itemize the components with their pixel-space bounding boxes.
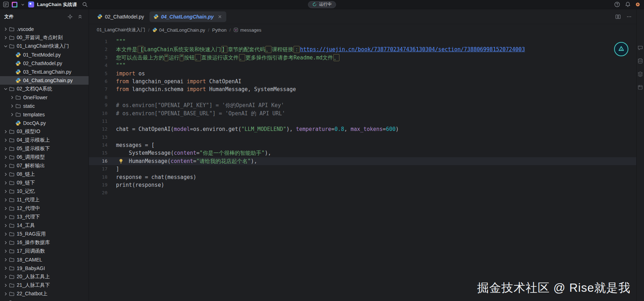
code-line[interactable]: 17] [89,165,636,173]
code-line[interactable]: 9# os.environ["OPENAI_API_KEY"] = '你的Ope… [89,101,636,109]
tree-item[interactable]: 06_调用模型 [0,153,89,162]
chevron-right-icon[interactable] [3,231,9,237]
breadcrumb-item[interactable]: messages [233,27,261,33]
chevron-right-icon[interactable] [3,137,9,143]
chevron-right-icon[interactable] [9,95,15,100]
tree-item[interactable]: 21_人脉工具下 [0,281,89,290]
tree-item[interactable]: 02_ChatModel.py [0,59,89,68]
database-icon[interactable] [637,58,643,64]
tree-item[interactable]: 15_RAG应用 [0,230,89,238]
code-line[interactable]: 15 SystemMessage(content="你是一个很棒的智能助手"), [89,149,636,157]
chevron-right-icon[interactable] [3,300,9,301]
tree-item[interactable]: 05_提示模板下 [0,144,89,153]
breadcrumb-item[interactable]: 04_ChatLongChain.py [152,27,205,33]
tree-item[interactable]: 02_文档QA系统 [0,85,89,93]
close-icon[interactable] [217,14,222,19]
code-editor[interactable]: 1"""2本文件是【LangChain系统安装和快速入门】章节的配套代码。课程链… [89,36,636,301]
chevron-right-icon[interactable] [3,189,9,194]
editor-tab[interactable]: 04_ChatLongChain.py [149,11,226,22]
tree-item[interactable]: OneFlower [0,93,89,102]
code-line[interactable]: 3您可以点击最上方的“运行”按钮。直接运行该文件。更多操作指引请参考Readme… [89,54,636,62]
tree-item[interactable]: static [0,102,89,110]
tree-item[interactable]: 04_提示模板上 [0,136,89,144]
main-menu-icon[interactable] [3,1,9,7]
chevron-right-icon[interactable] [3,248,9,254]
chevron-down-icon[interactable] [3,86,9,92]
code-line[interactable]: 8 [89,94,636,101]
chevron-right-icon[interactable] [3,26,9,32]
code-line[interactable]: 16 HumanMessage(content="请给我的花店起个名"), [89,157,636,165]
tree-item[interactable]: 18_CAMEL [0,255,89,264]
chevron-right-icon[interactable] [9,103,15,109]
tree-item[interactable]: 00_开篇词_奇点时刻 [0,33,89,42]
tree-item[interactable]: 17_回调函数 [0,247,89,255]
code-line[interactable]: 4""" [89,62,636,69]
tree-item[interactable]: 19_BabyAGI [0,264,89,273]
tree-item[interactable]: templates [0,110,89,119]
chevron-right-icon[interactable] [3,214,9,220]
project-name[interactable]: LangChain 实战课 [37,1,77,8]
chevron-right-icon[interactable] [3,282,9,288]
tree-item[interactable]: 03_模型IO [0,127,89,136]
chevron-right-icon[interactable] [9,112,15,117]
tree-item[interactable]: 08_链上 [0,170,89,179]
tree-item-partial[interactable] [0,298,89,301]
code-line[interactable]: 1""" [89,38,636,46]
code-line[interactable]: 6from langchain_openai import ChatOpenAI [89,78,636,85]
chevron-right-icon[interactable] [3,180,9,186]
chevron-right-icon[interactable] [3,154,9,160]
search-icon[interactable] [82,1,88,7]
code-line[interactable]: 12chat = ChatOpenAI(model=os.environ.get… [89,125,636,133]
tree-item[interactable]: 03_TextLangChain.py [0,68,89,76]
notifications-bell-icon[interactable] [625,1,631,7]
tree-item[interactable]: 12_代理中 [0,204,89,213]
tree-item[interactable]: 16_操作数据库 [0,238,89,247]
tree-item[interactable]: 22_Chatbot上 [0,290,89,298]
code-line[interactable]: 7from langchain.schema import HumanMessa… [89,85,636,93]
code-line[interactable]: 14messages = [ [89,141,636,149]
locate-file-icon[interactable] [67,14,73,20]
chevron-right-icon[interactable] [3,129,9,134]
tree-item[interactable]: 07_解析输出 [0,162,89,170]
ai-assistant-avatar[interactable] [614,42,628,56]
tree-item[interactable]: 01_TextModel.py [0,51,89,59]
tree-item[interactable]: .vscode [0,25,89,33]
help-icon[interactable] [614,1,620,7]
tree-item[interactable]: DocQA.py [0,119,89,127]
chevron-right-icon[interactable] [3,240,9,245]
package-icon[interactable] [637,84,643,90]
chevron-down-icon[interactable] [20,2,25,7]
chevron-right-icon[interactable] [3,265,9,271]
chevron-right-icon[interactable] [3,274,9,280]
collapse-all-icon[interactable] [77,14,83,20]
code-line[interactable]: 20 [89,189,636,197]
tree-item[interactable]: 11_代理上 [0,196,89,204]
tree-item[interactable]: 20_人脉工具上 [0,273,89,281]
layers-icon[interactable] [637,71,643,77]
chevron-right-icon[interactable] [3,171,9,177]
tree-item[interactable]: 01_LangChain快速入门 [0,42,89,51]
code-line[interactable]: 18response = chat(messages) [89,173,636,181]
chevron-right-icon[interactable] [3,146,9,152]
ide-logo-icon[interactable] [12,2,17,7]
code-line[interactable]: 10# os.environ["OPENAI_BASE_URL"] = 'Ope… [89,110,636,117]
chevron-right-icon[interactable] [3,206,9,211]
breadcrumb-item[interactable]: 01_LangChain快速入门 [97,27,146,33]
update-available-icon[interactable] [635,2,640,7]
more-options-icon[interactable] [626,14,632,20]
breadcrumb-item[interactable]: Python [212,27,226,33]
tree-item[interactable]: 14_工具 [0,221,89,230]
tree-item[interactable]: 09_链下 [0,179,89,187]
chevron-right-icon[interactable] [3,291,9,297]
chevron-right-icon[interactable] [3,197,9,203]
tree-item[interactable]: 10_记忆 [0,187,89,196]
chevron-down-icon[interactable] [3,43,9,49]
split-editor-icon[interactable] [615,14,621,20]
chevron-right-icon[interactable] [3,223,9,228]
ai-chat-icon[interactable] [637,45,643,51]
run-status-widget[interactable]: 运行中 [308,1,336,8]
chevron-right-icon[interactable] [3,35,9,41]
intention-lightbulb-icon[interactable] [118,158,124,164]
chevron-right-icon[interactable] [3,257,9,263]
editor-tab[interactable]: 02_ChatModel.py [93,11,148,22]
